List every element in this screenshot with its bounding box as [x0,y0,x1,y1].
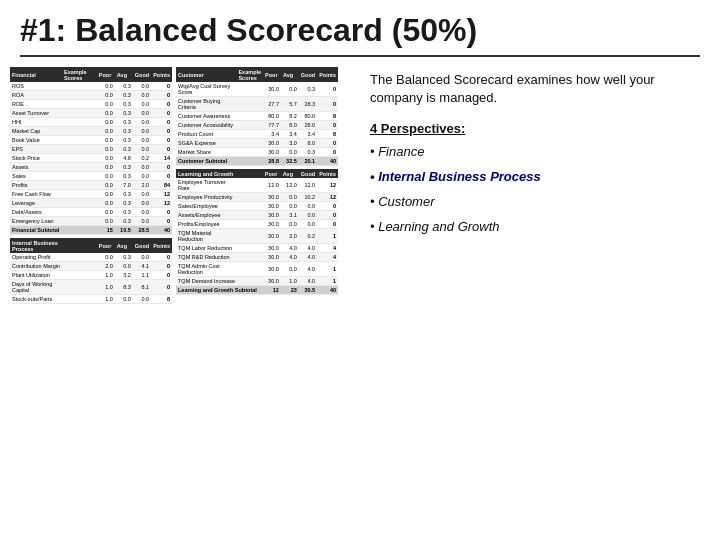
title-divider [20,55,700,57]
perspective-internal: • Internal Business Process [370,169,700,184]
perspective-learning: • Learning and Growth [370,219,700,234]
perspectives-title: 4 Perspectives: [370,121,700,136]
perspective-finance: • Finance [370,144,700,159]
intro-text: The Balanced Scorecard examines how well… [370,71,700,107]
page-title: #1: Balanced Scorecard (50%) [0,0,720,55]
financial-table: Financial Example Scores Poor Avg Good P… [10,67,172,235]
description-area: The Balanced Scorecard examines how well… [360,67,710,304]
perspective-customer: • Customer [370,194,700,209]
customer-table: Customer Example Scores Poor Avg Good Po… [176,67,338,166]
scorecard-area: Financial Example Scores Poor Avg Good P… [10,67,350,304]
ibp-table: Internal Business Process Poor Avg Good … [10,238,172,304]
lg-table: Learning and Growth Poor Avg Good Points… [176,169,338,295]
